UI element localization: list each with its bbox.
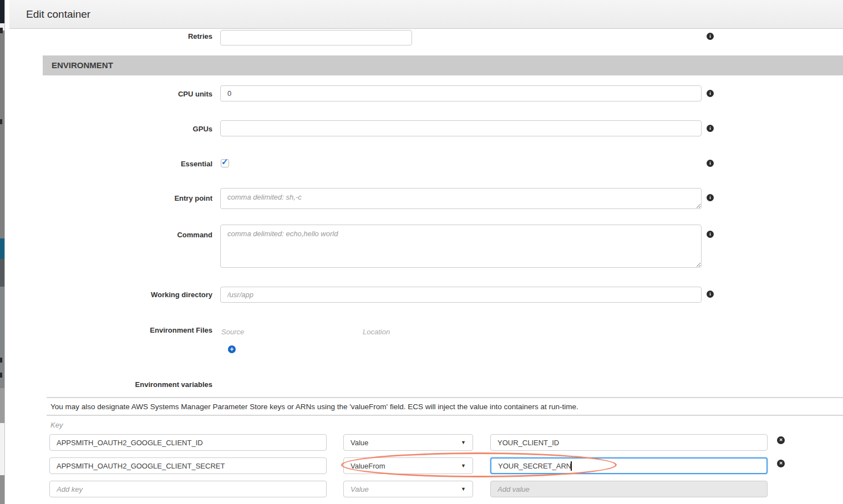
cpu-units-input[interactable] bbox=[220, 85, 702, 101]
plus-icon: + bbox=[230, 346, 233, 353]
command-label: Command bbox=[9, 231, 212, 239]
chevron-down-icon: ▼ bbox=[461, 486, 466, 492]
background-blue-strip bbox=[0, 238, 4, 259]
dialog-title: Edit container bbox=[26, 0, 90, 29]
checkmark-icon: ✓ bbox=[221, 157, 228, 167]
env-var-key-input[interactable] bbox=[49, 457, 327, 474]
info-icon[interactable]: i bbox=[707, 291, 714, 298]
edit-container-dialog: Edit container Retries i ENVIRONMENT CPU… bbox=[4, 0, 843, 504]
dialog-header: Edit container bbox=[9, 0, 843, 29]
working-directory-input[interactable] bbox=[220, 287, 702, 303]
env-var-value-input-focused[interactable] bbox=[490, 457, 768, 474]
env-files-source-header: Source bbox=[221, 328, 244, 336]
gpus-label: GPUs bbox=[9, 125, 212, 133]
essential-checkbox[interactable]: ✓ bbox=[221, 159, 229, 167]
env-var-type-select[interactable]: Value ▼ bbox=[343, 434, 473, 451]
env-var-value-input-disabled bbox=[490, 481, 768, 497]
remove-row-icon[interactable]: ✕ bbox=[777, 436, 785, 444]
add-environment-file-button[interactable]: + bbox=[228, 345, 236, 353]
env-var-value-input[interactable] bbox=[490, 434, 768, 451]
key-column-header: Key bbox=[50, 421, 63, 429]
env-var-type-select[interactable]: ValueFrom ▼ bbox=[343, 457, 473, 474]
info-icon[interactable]: i bbox=[707, 125, 714, 132]
env-var-type-select[interactable]: Value ▼ bbox=[343, 481, 473, 497]
info-icon[interactable]: i bbox=[707, 160, 714, 167]
essential-label: Essential bbox=[9, 160, 212, 168]
retries-label: Retries bbox=[9, 32, 212, 40]
chevron-down-icon: ▼ bbox=[461, 463, 466, 469]
environment-variables-label: Environment variables bbox=[9, 380, 212, 389]
info-icon[interactable]: i bbox=[707, 194, 714, 201]
env-var-key-input[interactable] bbox=[49, 434, 327, 451]
screen: Edit container Retries i ENVIRONMENT CPU… bbox=[0, 0, 843, 504]
env-var-key-input[interactable] bbox=[49, 481, 327, 497]
remove-row-icon[interactable]: ✕ bbox=[777, 460, 785, 467]
env-files-location-header: Location bbox=[363, 328, 390, 336]
environment-section-title: ENVIRONMENT bbox=[43, 55, 843, 75]
retries-input[interactable] bbox=[220, 30, 412, 45]
info-icon[interactable]: i bbox=[707, 231, 714, 238]
divider bbox=[47, 415, 843, 416]
gpus-input[interactable] bbox=[220, 120, 702, 136]
select-value: Value bbox=[351, 485, 369, 493]
environment-files-label: Environment Files bbox=[9, 326, 212, 334]
select-value: ValueFrom bbox=[351, 462, 385, 470]
select-value: Value bbox=[351, 439, 368, 447]
command-input[interactable] bbox=[220, 225, 702, 268]
environment-section-header: ENVIRONMENT bbox=[43, 55, 843, 75]
info-icon[interactable]: i bbox=[707, 33, 714, 40]
text-caret bbox=[571, 461, 572, 471]
environment-variables-note: You may also designate AWS Systems Manag… bbox=[50, 403, 771, 411]
entry-point-input[interactable] bbox=[220, 188, 702, 209]
working-directory-label: Working directory bbox=[9, 291, 212, 299]
divider bbox=[47, 397, 843, 398]
cpu-units-label: CPU units bbox=[9, 90, 212, 98]
chevron-down-icon: ▼ bbox=[461, 440, 466, 445]
entry-point-label: Entry point bbox=[9, 194, 212, 202]
info-icon[interactable]: i bbox=[707, 90, 714, 97]
